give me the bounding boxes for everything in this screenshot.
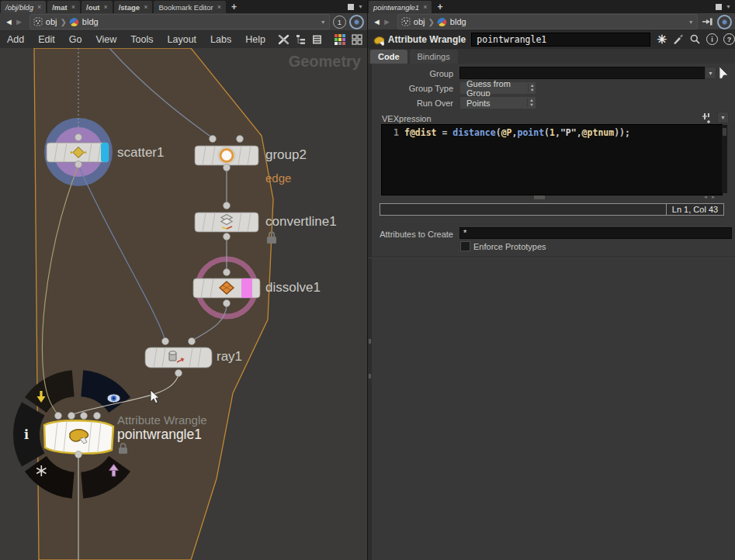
- path-dropdown-icon[interactable]: ▼: [688, 19, 694, 25]
- link-number-badge[interactable]: 1: [333, 16, 346, 29]
- tools-icon[interactable]: [277, 33, 290, 46]
- code-hscroll-arrows[interactable]: ◄►: [703, 195, 722, 200]
- menu-edit[interactable]: Edit: [31, 34, 62, 45]
- forward-arrow-icon[interactable]: ►: [15, 17, 23, 26]
- new-tab-button[interactable]: +: [227, 0, 241, 13]
- menu-go[interactable]: Go: [62, 34, 89, 45]
- enforce-prototypes-checkbox[interactable]: [460, 241, 470, 251]
- wrangle-output-dot[interactable]: [75, 451, 82, 458]
- help-icon[interactable]: ?: [723, 33, 735, 45]
- info-icon[interactable]: i: [706, 33, 718, 45]
- follow-selection-icon[interactable]: [349, 15, 364, 29]
- brush-icon[interactable]: [672, 33, 684, 45]
- convertline1-label[interactable]: convertline1: [265, 214, 337, 230]
- group-dropdown-icon[interactable]: ▼: [705, 67, 716, 79]
- wrangle-input3-dot[interactable]: [81, 413, 88, 420]
- network-canvas[interactable]: i Geometry scatter1 group2 edge convertl…: [0, 48, 367, 560]
- pane-menu-dropdown-icon[interactable]: ▼: [726, 4, 731, 9]
- tab-bindings[interactable]: Bindings: [410, 50, 458, 64]
- back-arrow-icon[interactable]: ◄: [5, 17, 13, 26]
- attributes-to-create-input[interactable]: *: [459, 227, 732, 239]
- group-input[interactable]: [459, 67, 708, 79]
- close-icon[interactable]: ×: [37, 4, 41, 11]
- close-icon[interactable]: ×: [144, 4, 147, 11]
- vex-code-editor[interactable]: 1f@dist = distance(@P,point(1,"P",@ptnum…: [381, 124, 723, 195]
- tab-obj-bldg[interactable]: /obj/bldg ×: [1, 1, 46, 13]
- group2-output-dot[interactable]: [224, 164, 231, 171]
- pane-maximize-icon[interactable]: [716, 4, 722, 10]
- group2-input1-dot[interactable]: [210, 136, 217, 143]
- menu-labs[interactable]: Labs: [203, 34, 238, 45]
- wrangle-input4-dot[interactable]: [94, 413, 101, 420]
- menu-layout[interactable]: Layout: [161, 34, 204, 45]
- gear-menu-icon[interactable]: ✳: [657, 33, 667, 45]
- close-icon[interactable]: ×: [217, 4, 221, 11]
- parameter-path[interactable]: obj ❯ bldg ▼: [397, 14, 698, 29]
- code-vscrollbar[interactable]: [722, 125, 727, 193]
- dissolve-output-dot[interactable]: [224, 300, 231, 307]
- wrangle-input1-dot[interactable]: [55, 413, 62, 420]
- close-icon[interactable]: ×: [71, 4, 75, 11]
- scatter1-label[interactable]: scatter1: [117, 145, 164, 161]
- group2-tag-label[interactable]: edge: [265, 171, 291, 185]
- path-node[interactable]: bldg: [82, 17, 99, 26]
- expand-editor-icon[interactable]: [702, 111, 716, 124]
- menu-view[interactable]: View: [88, 34, 123, 45]
- ray-input1-dot[interactable]: [162, 338, 169, 345]
- scatter-output-dot[interactable]: [75, 161, 82, 168]
- spinner-icon[interactable]: ▲▼: [528, 84, 536, 93]
- group-type-dropdown[interactable]: Guess from Group ▲▼: [459, 81, 536, 95]
- pane-menu-dropdown-icon[interactable]: ▼: [358, 4, 363, 9]
- dissolve-input-dot[interactable]: [224, 269, 231, 276]
- new-tab-button[interactable]: +: [432, 0, 447, 13]
- group-select-arrow-icon[interactable]: [717, 65, 731, 80]
- template-flag-stripe[interactable]: [241, 278, 252, 298]
- tab-out[interactable]: /out ×: [81, 1, 113, 13]
- path-node[interactable]: bldg: [450, 17, 466, 26]
- path-root[interactable]: obj: [46, 17, 57, 26]
- close-icon[interactable]: ×: [423, 4, 427, 11]
- tree-view-icon[interactable]: [295, 33, 307, 46]
- tab-pointwrangle1[interactable]: pointwrangle1 ×: [369, 1, 432, 13]
- tab-bookmark-editor[interactable]: Bookmark Editor ×: [154, 1, 226, 13]
- search-icon[interactable]: [689, 33, 701, 45]
- params-scrollbar[interactable]: [368, 64, 372, 560]
- scatter-input-dot[interactable]: [75, 134, 82, 141]
- wrangle-input2-dot[interactable]: [68, 413, 75, 420]
- menu-help[interactable]: Help: [238, 34, 272, 45]
- ray-output-dot[interactable]: [175, 370, 182, 377]
- menu-tools[interactable]: Tools: [123, 34, 160, 45]
- tab-code[interactable]: Code: [370, 50, 407, 64]
- code-hscrollbar[interactable]: [534, 195, 545, 199]
- tab-mat[interactable]: /mat ×: [47, 1, 80, 13]
- back-arrow-icon[interactable]: ◄: [373, 17, 381, 26]
- vexpression-menu-icon[interactable]: ▼: [717, 112, 729, 123]
- convertline-output-dot[interactable]: [224, 233, 231, 240]
- group2-label[interactable]: group2: [265, 147, 307, 163]
- close-icon[interactable]: ×: [103, 4, 107, 11]
- color-palette-icon[interactable]: [334, 33, 346, 46]
- menu-add[interactable]: Add: [0, 34, 31, 45]
- network-path[interactable]: obj ❯ bldg ▼: [29, 14, 330, 29]
- spinner-icon[interactable]: ▲▼: [527, 99, 536, 108]
- path-dropdown-icon[interactable]: ▼: [321, 19, 326, 25]
- forward-arrow-icon[interactable]: ►: [383, 17, 391, 26]
- ray-input2-dot[interactable]: [189, 338, 196, 345]
- path-root[interactable]: obj: [414, 17, 425, 26]
- grid-layout-icon[interactable]: [351, 33, 363, 46]
- group2-input2-dot[interactable]: [237, 136, 244, 143]
- follow-selection-icon[interactable]: [717, 15, 732, 29]
- info-flag-icon[interactable]: i: [24, 427, 29, 442]
- display-flag-eye-icon[interactable]: [107, 394, 120, 403]
- run-over-dropdown[interactable]: Points ▲▼: [459, 96, 536, 109]
- tab-stage[interactable]: /stage ×: [114, 1, 153, 13]
- pointwrangle1-label[interactable]: pointwrangle1: [117, 427, 202, 443]
- pane-maximize-icon[interactable]: [348, 4, 354, 10]
- node-name-field[interactable]: pointwrangle1: [471, 33, 650, 47]
- convertline-input-dot[interactable]: [224, 202, 231, 209]
- list-view-icon[interactable]: [311, 33, 323, 46]
- pin-icon[interactable]: [701, 16, 714, 27]
- dissolve1-label[interactable]: dissolve1: [265, 280, 321, 296]
- display-flag-stripe[interactable]: [101, 143, 109, 162]
- ray1-label[interactable]: ray1: [217, 349, 242, 365]
